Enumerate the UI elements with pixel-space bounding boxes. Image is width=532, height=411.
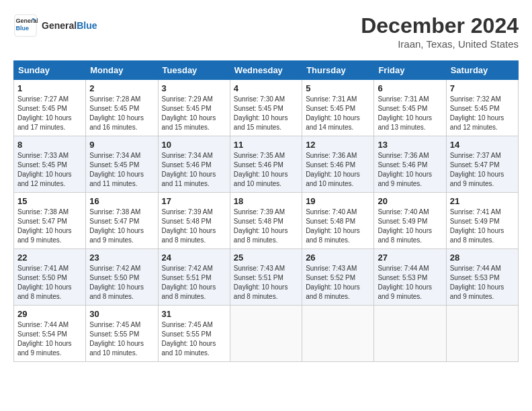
day-info: Sunrise: 7:44 AM Sunset: 5:54 PM Dayligh…: [17, 320, 82, 358]
day-info: Sunrise: 7:34 AM Sunset: 5:45 PM Dayligh…: [89, 151, 154, 189]
day-info: Sunrise: 7:41 AM Sunset: 5:49 PM Dayligh…: [450, 208, 515, 245]
day-number: 2: [89, 83, 154, 93]
col-header-sunday: Sunday: [14, 61, 86, 80]
day-number: 7: [450, 83, 515, 93]
calendar-table: SundayMondayTuesdayWednesdayThursdayFrid…: [13, 60, 519, 362]
logo-text: GeneralBlue: [42, 20, 97, 31]
day-number: 27: [378, 253, 442, 263]
calendar-cell: 13Sunrise: 7:36 AM Sunset: 5:46 PM Dayli…: [374, 136, 446, 193]
calendar-cell: 3Sunrise: 7:29 AM Sunset: 5:45 PM Daylig…: [158, 80, 230, 136]
calendar-cell: 18Sunrise: 7:39 AM Sunset: 5:48 PM Dayli…: [230, 193, 302, 249]
calendar-cell: 24Sunrise: 7:42 AM Sunset: 5:51 PM Dayli…: [158, 249, 230, 306]
day-info: Sunrise: 7:38 AM Sunset: 5:47 PM Dayligh…: [89, 208, 154, 245]
calendar-cell: 14Sunrise: 7:37 AM Sunset: 5:47 PM Dayli…: [446, 136, 518, 193]
calendar-cell: 6Sunrise: 7:31 AM Sunset: 5:45 PM Daylig…: [374, 80, 446, 136]
day-info: Sunrise: 7:34 AM Sunset: 5:46 PM Dayligh…: [162, 151, 226, 189]
calendar-cell: 20Sunrise: 7:40 AM Sunset: 5:49 PM Dayli…: [374, 193, 446, 249]
day-number: 3: [162, 83, 226, 93]
svg-text:Blue: Blue: [16, 25, 30, 32]
day-info: Sunrise: 7:40 AM Sunset: 5:49 PM Dayligh…: [378, 208, 442, 245]
day-info: Sunrise: 7:38 AM Sunset: 5:47 PM Dayligh…: [17, 208, 82, 245]
calendar-cell: 8Sunrise: 7:33 AM Sunset: 5:45 PM Daylig…: [14, 136, 86, 193]
calendar-cell: 9Sunrise: 7:34 AM Sunset: 5:45 PM Daylig…: [86, 136, 158, 193]
calendar-cell: 16Sunrise: 7:38 AM Sunset: 5:47 PM Dayli…: [86, 193, 158, 249]
calendar-cell: 11Sunrise: 7:35 AM Sunset: 5:46 PM Dayli…: [230, 136, 302, 193]
day-number: 28: [450, 253, 515, 263]
calendar-cell: 15Sunrise: 7:38 AM Sunset: 5:47 PM Dayli…: [14, 193, 86, 249]
day-number: 4: [234, 83, 298, 93]
calendar-cell: 21Sunrise: 7:41 AM Sunset: 5:49 PM Dayli…: [446, 193, 518, 249]
day-info: Sunrise: 7:41 AM Sunset: 5:50 PM Dayligh…: [17, 264, 82, 302]
day-info: Sunrise: 7:42 AM Sunset: 5:51 PM Dayligh…: [162, 264, 226, 302]
day-number: 15: [17, 196, 82, 206]
day-number: 11: [234, 140, 298, 150]
col-header-saturday: Saturday: [446, 61, 518, 80]
day-number: 17: [162, 196, 226, 206]
day-info: Sunrise: 7:35 AM Sunset: 5:46 PM Dayligh…: [234, 151, 298, 189]
day-number: 18: [234, 196, 298, 206]
day-number: 21: [450, 196, 515, 206]
logo-icon: General Blue: [13, 13, 38, 38]
day-number: 9: [89, 140, 154, 150]
day-info: Sunrise: 7:44 AM Sunset: 5:53 PM Dayligh…: [378, 264, 442, 302]
day-info: Sunrise: 7:37 AM Sunset: 5:47 PM Dayligh…: [450, 151, 515, 189]
day-info: Sunrise: 7:40 AM Sunset: 5:48 PM Dayligh…: [306, 208, 370, 245]
title-area: December 2024 Iraan, Texas, United State…: [361, 13, 519, 50]
day-number: 25: [234, 253, 298, 263]
calendar-cell: 28Sunrise: 7:44 AM Sunset: 5:53 PM Dayli…: [446, 249, 518, 306]
day-number: 31: [162, 309, 226, 319]
day-number: 30: [89, 309, 154, 319]
col-header-thursday: Thursday: [302, 61, 374, 80]
day-info: Sunrise: 7:39 AM Sunset: 5:48 PM Dayligh…: [234, 208, 298, 245]
day-info: Sunrise: 7:45 AM Sunset: 5:55 PM Dayligh…: [162, 320, 226, 358]
calendar-cell: [374, 306, 446, 362]
week-row-3: 15Sunrise: 7:38 AM Sunset: 5:47 PM Dayli…: [14, 193, 519, 249]
calendar-cell: 19Sunrise: 7:40 AM Sunset: 5:48 PM Dayli…: [302, 193, 374, 249]
day-info: Sunrise: 7:30 AM Sunset: 5:45 PM Dayligh…: [234, 95, 298, 132]
day-number: 1: [17, 83, 82, 93]
day-info: Sunrise: 7:31 AM Sunset: 5:45 PM Dayligh…: [306, 95, 370, 132]
day-number: 10: [162, 140, 226, 150]
day-info: Sunrise: 7:36 AM Sunset: 5:46 PM Dayligh…: [306, 151, 370, 189]
day-number: 13: [378, 140, 442, 150]
day-info: Sunrise: 7:45 AM Sunset: 5:55 PM Dayligh…: [89, 320, 154, 358]
calendar-cell: 30Sunrise: 7:45 AM Sunset: 5:55 PM Dayli…: [86, 306, 158, 362]
calendar-cell: 26Sunrise: 7:43 AM Sunset: 5:52 PM Dayli…: [302, 249, 374, 306]
header: General Blue GeneralBlue December 2024 I…: [13, 13, 519, 50]
calendar-cell: 2Sunrise: 7:28 AM Sunset: 5:45 PM Daylig…: [86, 80, 158, 136]
col-header-wednesday: Wednesday: [230, 61, 302, 80]
day-info: Sunrise: 7:39 AM Sunset: 5:48 PM Dayligh…: [162, 208, 226, 245]
location-title: Iraan, Texas, United States: [361, 38, 519, 50]
month-title: December 2024: [361, 13, 519, 38]
day-number: 24: [162, 253, 226, 263]
calendar-cell: [302, 306, 374, 362]
day-number: 8: [17, 140, 82, 150]
day-info: Sunrise: 7:28 AM Sunset: 5:45 PM Dayligh…: [89, 95, 154, 132]
calendar-cell: 22Sunrise: 7:41 AM Sunset: 5:50 PM Dayli…: [14, 249, 86, 306]
week-row-5: 29Sunrise: 7:44 AM Sunset: 5:54 PM Dayli…: [14, 306, 519, 362]
header-row: SundayMondayTuesdayWednesdayThursdayFrid…: [14, 61, 519, 80]
day-info: Sunrise: 7:33 AM Sunset: 5:45 PM Dayligh…: [17, 151, 82, 189]
col-header-friday: Friday: [374, 61, 446, 80]
calendar-cell: [446, 306, 518, 362]
day-number: 22: [17, 253, 82, 263]
calendar-cell: 23Sunrise: 7:42 AM Sunset: 5:50 PM Dayli…: [86, 249, 158, 306]
day-info: Sunrise: 7:27 AM Sunset: 5:45 PM Dayligh…: [17, 95, 82, 132]
calendar-cell: 17Sunrise: 7:39 AM Sunset: 5:48 PM Dayli…: [158, 193, 230, 249]
day-number: 29: [17, 309, 82, 319]
day-info: Sunrise: 7:29 AM Sunset: 5:45 PM Dayligh…: [162, 95, 226, 132]
calendar-cell: 5Sunrise: 7:31 AM Sunset: 5:45 PM Daylig…: [302, 80, 374, 136]
day-info: Sunrise: 7:32 AM Sunset: 5:45 PM Dayligh…: [450, 95, 515, 132]
calendar-cell: 29Sunrise: 7:44 AM Sunset: 5:54 PM Dayli…: [14, 306, 86, 362]
calendar-cell: 1Sunrise: 7:27 AM Sunset: 5:45 PM Daylig…: [14, 80, 86, 136]
day-number: 14: [450, 140, 515, 150]
day-number: 26: [306, 253, 370, 263]
day-info: Sunrise: 7:31 AM Sunset: 5:45 PM Dayligh…: [378, 95, 442, 132]
week-row-2: 8Sunrise: 7:33 AM Sunset: 5:45 PM Daylig…: [14, 136, 519, 193]
day-info: Sunrise: 7:36 AM Sunset: 5:46 PM Dayligh…: [378, 151, 442, 189]
calendar-cell: 25Sunrise: 7:43 AM Sunset: 5:51 PM Dayli…: [230, 249, 302, 306]
col-header-monday: Monday: [86, 61, 158, 80]
day-info: Sunrise: 7:43 AM Sunset: 5:52 PM Dayligh…: [306, 264, 370, 302]
calendar-cell: [230, 306, 302, 362]
calendar-cell: 4Sunrise: 7:30 AM Sunset: 5:45 PM Daylig…: [230, 80, 302, 136]
